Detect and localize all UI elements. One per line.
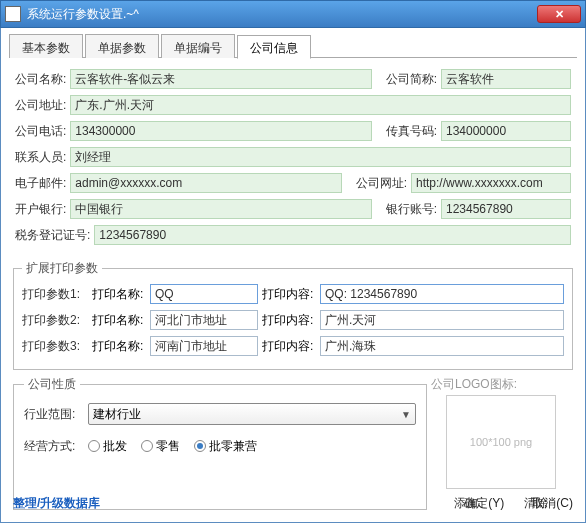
mode-radio-group: 批发 零售 批零兼营 (88, 438, 257, 455)
ext-name-label-1: 打印名称: (92, 286, 150, 303)
ext-content-label-2: 打印内容: (262, 312, 320, 329)
mode-label: 经营方式: (24, 438, 84, 455)
ext-name-label-2: 打印名称: (92, 312, 150, 329)
ext-content-3[interactable] (320, 336, 564, 356)
label-company-short: 公司简称: (386, 71, 437, 88)
ext-print-params: 扩展打印参数 打印参数1: 打印名称: 打印内容: 打印参数2: 打印名称: 打… (13, 260, 573, 370)
logo-area: 公司LOGO图标: 100*100 png 添加 清除 (431, 376, 571, 512)
window-title: 系统运行参数设置.~^ (27, 6, 537, 23)
input-account[interactable] (441, 199, 571, 219)
label-company-name: 公司名称: (15, 71, 66, 88)
label-address: 公司地址: (15, 97, 66, 114)
mode-both[interactable]: 批零兼营 (194, 438, 257, 455)
industry-value: 建材行业 (93, 406, 141, 423)
ext-legend: 扩展打印参数 (22, 260, 102, 277)
tab-company-info[interactable]: 公司信息 (237, 35, 311, 59)
input-fax[interactable] (441, 121, 571, 141)
company-nature: 公司性质 行业范围: 建材行业 ▼ 经营方式: 批发 零售 批零兼营 (13, 376, 427, 510)
label-account: 银行账号: (386, 201, 437, 218)
input-email[interactable] (70, 173, 341, 193)
ext-content-label-3: 打印内容: (262, 338, 320, 355)
mode-retail[interactable]: 零售 (141, 438, 180, 455)
tab-bar: 基本参数 单据参数 单据编号 公司信息 (9, 34, 577, 58)
tab-doc-params[interactable]: 单据参数 (85, 34, 159, 58)
input-website[interactable] (411, 173, 571, 193)
ext-row1-label: 打印参数1: (22, 286, 84, 303)
titlebar: 系统运行参数设置.~^ ✕ (0, 0, 586, 28)
ext-name-label-3: 打印名称: (92, 338, 150, 355)
close-button[interactable]: ✕ (537, 5, 581, 23)
chevron-down-icon: ▼ (401, 409, 411, 420)
tab-doc-number[interactable]: 单据编号 (161, 34, 235, 58)
industry-label: 行业范围: (24, 406, 84, 423)
label-contact: 联系人员: (15, 149, 66, 166)
input-contact[interactable] (70, 147, 571, 167)
cancel-button[interactable]: 取消(C) (532, 495, 573, 512)
mode-wholesale[interactable]: 批发 (88, 438, 127, 455)
input-taxreg[interactable] (94, 225, 571, 245)
label-taxreg: 税务登记证号: (15, 227, 90, 244)
label-email: 电子邮件: (15, 175, 66, 192)
label-fax: 传真号码: (386, 123, 437, 140)
input-address[interactable] (70, 95, 571, 115)
input-company-short[interactable] (441, 69, 571, 89)
label-phone: 公司电话: (15, 123, 66, 140)
ext-content-label-1: 打印内容: (262, 286, 320, 303)
footer: 整理/升级数据库 确定(Y) 取消(C) (13, 495, 573, 512)
label-website: 公司网址: (356, 175, 407, 192)
app-icon (5, 6, 21, 22)
input-company-name[interactable] (70, 69, 371, 89)
ext-name-1[interactable] (150, 284, 258, 304)
ext-row3-label: 打印参数3: (22, 338, 84, 355)
industry-select[interactable]: 建材行业 ▼ (88, 403, 416, 425)
nature-legend: 公司性质 (24, 376, 80, 393)
company-form: 公司名称: 公司简称: 公司地址: 公司电话: 传真号码: 联系人员: 电子邮件… (9, 58, 577, 254)
ext-row2-label: 打印参数2: (22, 312, 84, 329)
db-upgrade-link[interactable]: 整理/升级数据库 (13, 495, 100, 512)
window-body: 基本参数 单据参数 单据编号 公司信息 公司名称: 公司简称: 公司地址: 公司… (0, 28, 586, 523)
ext-content-1[interactable] (320, 284, 564, 304)
logo-preview[interactable]: 100*100 png (446, 395, 556, 489)
input-bank[interactable] (70, 199, 371, 219)
input-phone[interactable] (70, 121, 371, 141)
ext-name-3[interactable] (150, 336, 258, 356)
ext-content-2[interactable] (320, 310, 564, 330)
ext-name-2[interactable] (150, 310, 258, 330)
tab-basic[interactable]: 基本参数 (9, 34, 83, 58)
ok-button[interactable]: 确定(Y) (464, 495, 504, 512)
logo-label: 公司LOGO图标: (431, 376, 571, 393)
label-bank: 开户银行: (15, 201, 66, 218)
